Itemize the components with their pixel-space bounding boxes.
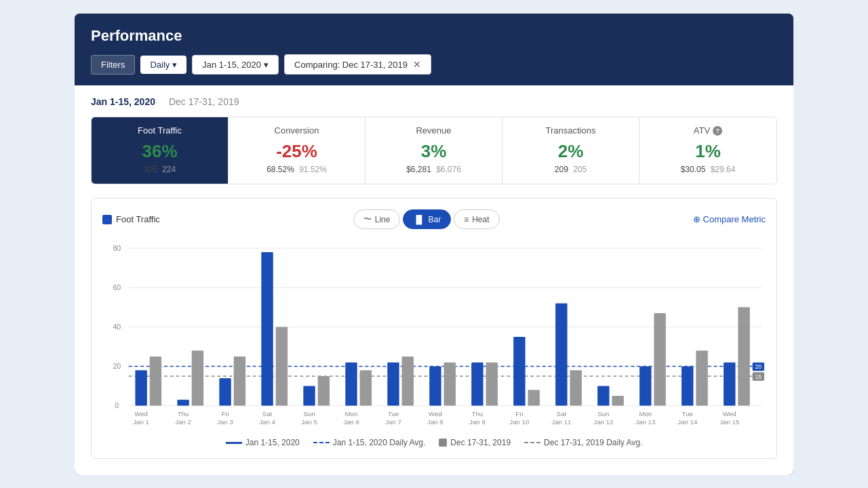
svg-text:Fri: Fri xyxy=(221,410,229,418)
legend-item-prev-avg: Dec 17-31, 2019 Daily Avg. xyxy=(524,438,642,447)
metric-value-conversion: -25% xyxy=(239,141,354,162)
compare-metric-button[interactable]: ⊕ Compare Metric xyxy=(693,214,766,224)
metric-label-atv: ATV ? xyxy=(650,125,766,136)
svg-text:Jan 4: Jan 4 xyxy=(259,418,275,426)
svg-text:Jan 11: Jan 11 xyxy=(551,418,571,426)
metric-label-transactions: Transactions xyxy=(513,125,628,136)
svg-rect-30 xyxy=(429,366,441,405)
svg-rect-26 xyxy=(345,363,357,406)
metric-label-conversion: Conversion xyxy=(239,125,354,136)
metric-card-revenue[interactable]: Revenue 3% $6,281 $6,076 xyxy=(366,117,502,184)
metric-sub-atv: $30.05 $29.64 xyxy=(650,165,766,174)
svg-text:Jan 14: Jan 14 xyxy=(677,418,698,426)
main-container: Performance Filters Daily ▾ Jan 1-15, 20… xyxy=(75,14,793,475)
svg-text:15: 15 xyxy=(755,373,762,380)
svg-text:Wed: Wed xyxy=(134,410,148,418)
info-icon[interactable]: ? xyxy=(713,126,722,136)
content-area: Jan 1-15, 2020 Dec 17-31, 2019 Foot Traf… xyxy=(75,85,793,475)
bar-chart-button[interactable]: ▐▌ Bar xyxy=(403,209,451,229)
legend-item-current-avg: Jan 1-15, 2020 Daily Avg. xyxy=(313,438,426,447)
svg-rect-32 xyxy=(471,363,483,406)
svg-text:Thu: Thu xyxy=(472,410,484,418)
svg-rect-25 xyxy=(318,376,330,406)
close-icon[interactable]: ✕ xyxy=(413,59,421,70)
svg-rect-31 xyxy=(444,363,456,406)
dotted-blue-legend-icon xyxy=(313,442,330,443)
chevron-down-icon: ▾ xyxy=(172,60,177,70)
svg-rect-17 xyxy=(150,357,161,406)
chart-area: 80 60 40 20 0 xyxy=(102,240,766,430)
svg-text:Thu: Thu xyxy=(178,410,189,418)
svg-rect-45 xyxy=(738,307,749,405)
metric-card-atv[interactable]: ATV ? 1% $30.05 $29.64 xyxy=(639,117,776,184)
svg-text:Jan 13: Jan 13 xyxy=(635,418,655,426)
chart-controls: Foot Traffic 〜 Line ▐▌ Bar ≡ Heat xyxy=(102,209,766,229)
svg-rect-38 xyxy=(597,386,609,406)
svg-text:80: 80 xyxy=(113,244,121,252)
svg-rect-23 xyxy=(276,327,288,405)
metric-card-conversion[interactable]: Conversion -25% 68.52% 91.52% xyxy=(229,117,366,184)
svg-text:40: 40 xyxy=(113,323,121,331)
filter-row: Filters Daily ▾ Jan 1-15, 2020 ▾ Compari… xyxy=(91,54,777,75)
plus-circle-icon: ⊕ xyxy=(693,214,701,224)
bar-icon: ▐▌ xyxy=(413,215,425,224)
metric-sub-conversion: 68.52% 91.52% xyxy=(239,165,354,174)
legend-label-current-avg: Jan 1-15, 2020 Daily Avg. xyxy=(333,438,426,447)
date-range-selector[interactable]: Jan 1-15, 2020 ▾ xyxy=(192,55,279,75)
svg-text:0: 0 xyxy=(115,401,119,409)
svg-text:Fri: Fri xyxy=(515,410,523,418)
metric-card-foot-traffic[interactable]: Foot Traffic 36% 305 224 xyxy=(92,117,229,184)
metric-sub-foot-traffic: 305 224 xyxy=(102,165,217,174)
filters-button[interactable]: Filters xyxy=(91,55,135,75)
svg-text:Wed: Wed xyxy=(723,410,736,418)
chevron-down-icon: ▾ xyxy=(264,60,269,70)
svg-rect-24 xyxy=(303,386,315,406)
svg-text:Tue: Tue xyxy=(388,410,399,418)
svg-rect-27 xyxy=(360,370,372,405)
svg-rect-41 xyxy=(654,313,665,406)
metric-card-transactions[interactable]: Transactions 2% 209 205 xyxy=(502,117,639,184)
svg-text:Jan 3: Jan 3 xyxy=(217,418,233,426)
svg-text:20: 20 xyxy=(113,362,121,370)
daily-selector[interactable]: Daily ▾ xyxy=(140,56,186,74)
svg-text:Jan 5: Jan 5 xyxy=(301,418,317,426)
chart-type-buttons: 〜 Line ▐▌ Bar ≡ Heat xyxy=(353,209,500,229)
svg-text:Jan 1: Jan 1 xyxy=(133,418,149,426)
svg-rect-35 xyxy=(528,390,539,405)
metric-value-revenue: 3% xyxy=(376,141,491,162)
svg-rect-29 xyxy=(402,357,414,406)
secondary-date-label: Dec 17-31, 2019 xyxy=(169,96,239,107)
chart-legend: Foot Traffic xyxy=(102,214,160,224)
svg-rect-20 xyxy=(219,378,231,406)
svg-text:Wed: Wed xyxy=(429,410,442,418)
metrics-row: Foot Traffic 36% 305 224 Conversion -25%… xyxy=(91,117,777,184)
chart-footer-legend: Jan 1-15, 2020 Jan 1-15, 2020 Daily Avg.… xyxy=(102,438,766,447)
svg-rect-43 xyxy=(696,350,707,405)
primary-date-label: Jan 1-15, 2020 xyxy=(91,96,155,107)
comparing-badge[interactable]: Comparing: Dec 17-31, 2019 ✕ xyxy=(284,54,431,75)
svg-text:Sun: Sun xyxy=(303,410,315,418)
dotted-gray-legend-icon xyxy=(524,442,540,443)
solid-blue-legend-icon xyxy=(226,442,242,444)
svg-text:60: 60 xyxy=(113,283,121,291)
line-chart-button[interactable]: 〜 Line xyxy=(353,209,401,229)
legend-item-prev: Dec 17-31, 2019 xyxy=(439,438,511,447)
heat-icon: ≡ xyxy=(464,215,469,224)
bar-chart-svg: 80 60 40 20 0 xyxy=(102,240,766,430)
chart-section: Foot Traffic 〜 Line ▐▌ Bar ≡ Heat xyxy=(91,198,777,459)
svg-rect-36 xyxy=(555,304,567,406)
legend-label-prev: Dec 17-31, 2019 xyxy=(450,438,511,447)
svg-text:Tue: Tue xyxy=(682,410,693,418)
line-icon: 〜 xyxy=(363,214,372,225)
svg-rect-28 xyxy=(387,363,399,406)
legend-label-current: Jan 1-15, 2020 xyxy=(245,438,300,447)
svg-text:Mon: Mon xyxy=(639,410,652,418)
legend-square-icon xyxy=(102,215,112,224)
date-labels: Jan 1-15, 2020 Dec 17-31, 2019 xyxy=(91,96,777,107)
svg-rect-16 xyxy=(135,370,146,405)
metric-sub-revenue: $6,281 $6,076 xyxy=(376,165,491,174)
heat-chart-button[interactable]: ≡ Heat xyxy=(454,209,499,229)
svg-text:Jan 2: Jan 2 xyxy=(175,418,191,426)
svg-text:Jan 9: Jan 9 xyxy=(469,418,486,426)
gray-sq-legend-icon xyxy=(439,439,447,447)
